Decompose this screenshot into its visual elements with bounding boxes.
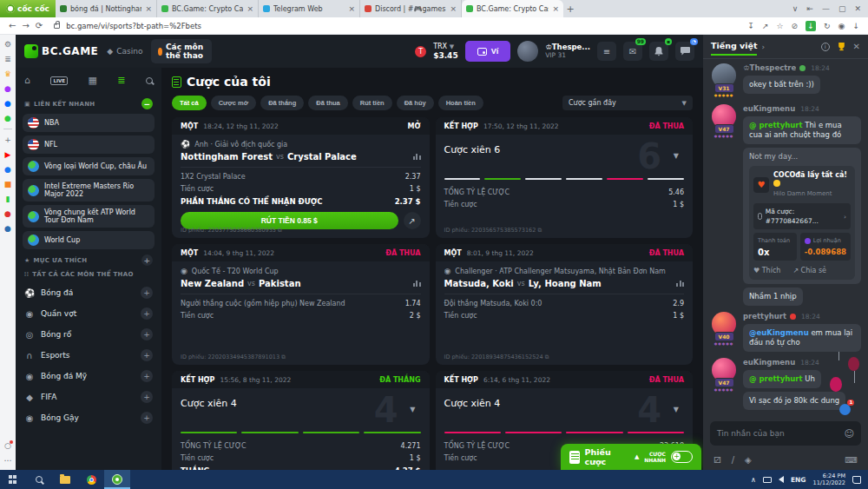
forward-icon[interactable]: → xyxy=(22,21,29,30)
mention[interactable]: @ prettyhurt xyxy=(749,121,803,129)
mail-app-icon[interactable]: ● xyxy=(4,224,11,233)
newsfeed-icon[interactable]: ≣ xyxy=(4,55,11,63)
start-button[interactable] xyxy=(0,470,26,489)
language-indicator[interactable]: ENG xyxy=(791,476,806,484)
messenger-icon[interactable]: ● xyxy=(4,84,11,93)
sneaker-app-icon[interactable]: ● xyxy=(4,209,11,218)
add-favorite-button[interactable]: + xyxy=(141,254,153,266)
tab-close-icon[interactable]: × xyxy=(450,4,457,13)
sidebar-sport-fifa[interactable]: ◆ FIFA + xyxy=(23,387,155,407)
combo-title[interactable]: Cược xiên 4 4 ▼ xyxy=(444,393,685,423)
expand-plus-icon[interactable]: + xyxy=(141,328,153,340)
save-page-icon[interactable]: ↧ xyxy=(747,22,754,30)
volume-icon[interactable] xyxy=(779,476,784,483)
filter-pill[interactable]: Đã hủy xyxy=(397,96,434,110)
dice-icon[interactable]: ⚂ xyxy=(713,455,721,465)
chat-username[interactable]: euKingmenu xyxy=(743,104,795,113)
chat-username[interactable]: prettyhurt xyxy=(743,312,786,320)
quick-link-item[interactable]: Intel Extreme Masters Rio Major 2022 xyxy=(23,179,155,202)
url-text[interactable]: bc.game/vi/sports?bt-path=%2Fbets xyxy=(66,22,741,30)
profile-avatar-icon[interactable]: ◉ xyxy=(838,22,845,30)
copy-icon[interactable]: ⧉ xyxy=(278,227,282,234)
minimize-icon[interactable]: — xyxy=(822,4,830,13)
user-block[interactable]: ♔Thespe... VIP 31 xyxy=(545,43,590,60)
expand-plus-icon[interactable]: + xyxy=(141,391,153,403)
calendar-icon[interactable]: ▦ xyxy=(88,75,96,86)
expand-plus-icon[interactable]: + xyxy=(141,307,153,320)
coin-drop-icon[interactable]: ◈ xyxy=(745,455,752,465)
copy-icon[interactable]: ⧉ xyxy=(281,354,286,360)
close-icon[interactable]: ✕ xyxy=(854,4,861,13)
trophy-icon[interactable] xyxy=(837,42,846,51)
chevron-down-icon[interactable]: ▼ xyxy=(674,152,679,160)
notification-bell-icon[interactable]: ○ xyxy=(4,441,11,450)
expand-plus-icon[interactable]: + xyxy=(141,349,153,361)
browser-logo[interactable]: cốc cốc xyxy=(0,0,56,17)
sort-dropdown[interactable]: Cược gần đây ▼ xyxy=(562,96,693,110)
zalo-icon[interactable]: ● xyxy=(4,99,11,108)
slash-command-icon[interactable]: / xyxy=(732,455,734,465)
sidebar-sport-american-football[interactable]: ◉ Bóng đá Mỹ + xyxy=(23,366,155,387)
filter-pill[interactable]: Đã thắng xyxy=(260,96,304,110)
chat-language-tab[interactable]: Tiếng việt xyxy=(711,41,757,53)
browser-tab[interactable]: Telegram Web × xyxy=(259,0,360,17)
downloads-icon[interactable]: ↓ xyxy=(852,22,859,30)
shop-icon[interactable]: ■ xyxy=(4,180,12,188)
quick-link-item[interactable]: World Cup xyxy=(23,231,155,249)
shared-bet-card[interactable]: ♥ COCOđã lấy tất cả! Hilo Damn Moment Mã… xyxy=(749,166,855,280)
combo-title[interactable]: Cược xiên 4 4 ▼ xyxy=(181,393,421,423)
my-bets-icon[interactable]: ≣ xyxy=(117,75,125,86)
combo-title[interactable]: Cược xiên 6 6 ▼ xyxy=(444,140,685,169)
mail-button[interactable]: ✉ 99 xyxy=(623,42,642,61)
bcgame-logo[interactable]: BC.GAME xyxy=(24,44,98,58)
notifications-button[interactable]: ▪ xyxy=(649,42,668,61)
tab-close-icon[interactable]: × xyxy=(145,4,152,13)
tab-close-icon[interactable]: × xyxy=(247,4,253,13)
match-teams[interactable]: Matsuda, Koki vs Ly, Hoang Nam xyxy=(444,279,685,288)
share-button[interactable]: ↗ xyxy=(404,212,421,229)
info-icon[interactable]: i xyxy=(821,43,830,51)
taskbar-search[interactable] xyxy=(26,470,52,489)
like-button[interactable]: ♥ Thích xyxy=(753,266,780,275)
stats-icon[interactable] xyxy=(413,281,421,287)
browser-tab[interactable]: bóng đá | Nottingham Fores × xyxy=(56,0,157,17)
new-tab-button[interactable]: + xyxy=(563,3,577,15)
battery-app-icon[interactable]: ▮ xyxy=(6,195,10,203)
sync-icon[interactable]: ↻ xyxy=(824,22,831,30)
quick-link-item[interactable]: Vòng chung kết ATP World Tour Đơn Nam xyxy=(23,205,155,228)
action-center-icon[interactable] xyxy=(852,476,861,484)
bet-list-button[interactable]: ≡ xyxy=(597,42,616,61)
sidebar-sport-tennis[interactable]: ◉ Quần vợt + xyxy=(23,303,155,324)
crown-icon[interactable]: ♛ xyxy=(4,69,11,78)
chevron-down-icon[interactable]: ▼ xyxy=(410,406,415,413)
mention[interactable]: @euKingmenu xyxy=(749,328,809,337)
browser-tab[interactable]: BC.Game: Crypto Casino Gar × xyxy=(462,0,563,17)
taskbar-explorer[interactable] xyxy=(52,470,78,489)
more-icon[interactable]: ⋯ xyxy=(4,456,12,465)
share-button[interactable]: ↗ Chia sẻ xyxy=(792,266,826,275)
emoji-icon[interactable]: ☺ xyxy=(845,428,854,439)
filter-pill[interactable]: Tất cả xyxy=(172,96,207,110)
adblock-icon[interactable]: ⊘ xyxy=(792,22,799,30)
back-icon[interactable]: ← xyxy=(9,21,16,30)
settings-icon[interactable]: ⚙ xyxy=(4,40,11,49)
mention[interactable]: @ prettyhurt xyxy=(749,374,803,383)
chat-toggle-button[interactable]: ◔ xyxy=(675,42,694,61)
bookmark-star-icon[interactable]: ☆ xyxy=(776,22,783,30)
gif-keyboard-icon[interactable]: ⌨ xyxy=(845,455,858,465)
wallet-button[interactable]: Ví xyxy=(465,41,511,62)
search-icon[interactable] xyxy=(146,77,153,84)
stats-icon[interactable] xyxy=(413,154,421,160)
tray-chevron-icon[interactable]: ∧ xyxy=(751,476,756,484)
sidebar-sport-soccer[interactable]: ⚽ Bóng đá + xyxy=(23,282,155,303)
filter-pill[interactable]: Hoàn tiền xyxy=(438,96,483,110)
maximize-icon[interactable]: ▢ xyxy=(838,4,846,13)
quick-link-item[interactable]: NFL xyxy=(23,135,155,154)
live-icon[interactable]: LIVE xyxy=(50,76,68,85)
emoji-reaction[interactable]: 1 xyxy=(839,404,851,415)
quick-bet-toggle[interactable] xyxy=(671,451,693,463)
quick-link-item[interactable]: NBA xyxy=(23,114,155,132)
browser-tab[interactable]: BC.Game: Crypto Casino Gan × xyxy=(157,0,259,17)
filter-pill[interactable]: Cược mở xyxy=(211,96,256,110)
panel-icon[interactable]: ⇤ xyxy=(806,4,813,13)
